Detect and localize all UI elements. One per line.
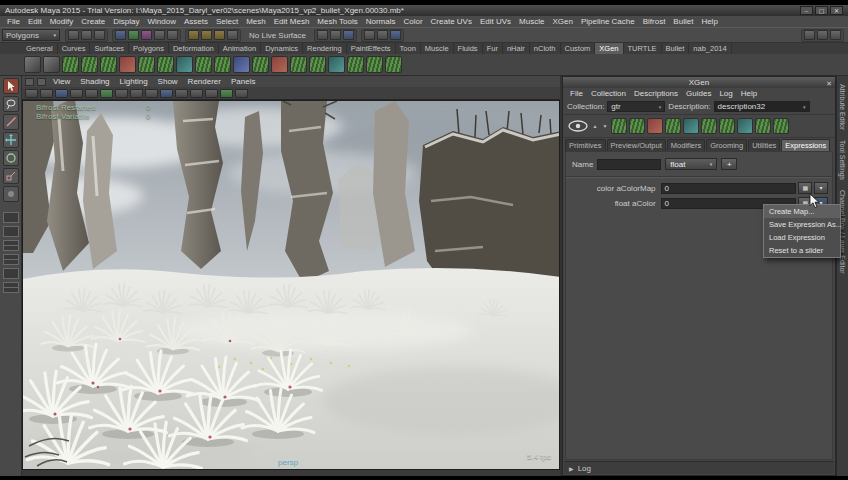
panel-toolbar-icon[interactable] [160,89,173,98]
menu-mesh[interactable]: Mesh [242,17,270,26]
xgen-menu-descriptions[interactable]: Descriptions [631,89,681,98]
xgen-menu-log[interactable]: Log [716,89,735,98]
menu-assets[interactable]: Assets [180,17,212,26]
shelf-icon[interactable] [43,56,60,73]
shelf-tab-nab2014[interactable]: nab_2014 [689,43,731,54]
select-tool-icon[interactable] [3,78,19,94]
tool-settings-tab[interactable]: Tool Settings [839,140,846,180]
menu-bifrost[interactable]: Bifrost [639,17,670,26]
menu-file[interactable]: File [3,17,24,26]
shelf-icon[interactable] [347,56,364,73]
layout-persp-graph-button[interactable] [3,282,19,293]
layout-two-side-button[interactable] [3,226,19,237]
shelf-tab-animation[interactable]: Animation [219,43,261,54]
attribute-editor-toggle-icon[interactable] [804,30,815,40]
panel-menu-icon[interactable] [25,78,34,86]
minimize-button[interactable]: – [800,6,813,15]
panel-toolbar-icon[interactable] [70,89,83,98]
panel-menu-panels[interactable]: Panels [227,77,259,86]
tab-expressions[interactable]: Expressions [781,139,830,151]
panel-toolbar-icon[interactable] [235,89,248,98]
paint-select-tool-icon[interactable] [3,114,19,130]
construction-history-icon[interactable] [343,30,354,40]
shelf-icon[interactable] [366,56,383,73]
shelf-tab-toon[interactable]: Toon [396,43,421,54]
layout-four-view-button[interactable] [3,254,19,265]
lasso-tool-icon[interactable] [3,96,19,112]
menu-color[interactable]: Color [399,17,426,26]
render-settings-icon[interactable] [390,30,401,40]
menu-pipeline-cache[interactable]: Pipeline Cache [577,17,639,26]
xgen-log-section[interactable]: ▶ Log [564,461,834,474]
shelf-tab-fluids[interactable]: Fluids [454,43,483,54]
add-expression-button[interactable]: + [721,158,737,170]
shelf-tab-dynamics[interactable]: Dynamics [261,43,303,54]
panel-toolbar-icon[interactable] [55,89,68,98]
menu-display[interactable]: Display [109,17,143,26]
shelf-tab-general[interactable]: General [22,43,58,54]
shelf-icon[interactable] [62,56,79,73]
panel-menu-view[interactable]: View [49,77,74,86]
context-save-expression[interactable]: Save Expression As... [764,218,840,231]
shelf-icon[interactable] [214,56,231,73]
tab-grooming[interactable]: Grooming [706,139,747,151]
shelf-icon[interactable] [138,56,155,73]
preset-icon[interactable] [647,118,663,134]
shelf-tab-muscle[interactable]: Muscle [421,43,454,54]
preset-icon[interactable] [683,118,699,134]
preset-icon[interactable] [755,118,771,134]
panel-toolbar-icon[interactable] [85,89,98,98]
layout-single-button[interactable] [3,212,19,223]
preset-icon[interactable] [611,118,627,134]
attribute-editor-tab[interactable]: Attribute Editor [839,84,846,130]
collection-dropdown[interactable]: gtr▾ [607,101,665,112]
shelf-icon[interactable] [252,56,269,73]
context-reset-slider[interactable]: Reset to a slider [764,244,840,257]
rotate-tool-icon[interactable] [3,150,19,166]
xgen-close-icon[interactable]: ✕ [826,78,832,89]
shelf-tab-bullet[interactable]: Bullet [662,43,690,54]
tool-settings-toggle-icon[interactable] [817,30,828,40]
render-icon[interactable] [364,30,375,40]
shelf-tab-deformation[interactable]: Deformation [169,43,219,54]
panel-toolbar-icon[interactable] [190,89,203,98]
menu-select[interactable]: Select [212,17,242,26]
shelf-tab-painteffects[interactable]: PaintEffects [347,43,396,54]
panel-menu-icon[interactable] [37,78,46,86]
select-hierarchy-icon[interactable] [115,30,126,40]
menu-edit[interactable]: Edit [24,17,46,26]
preset-icon[interactable] [719,118,735,134]
panel-menu-shading[interactable]: Shading [76,77,113,86]
new-scene-icon[interactable] [68,30,79,40]
context-load-expression[interactable]: Load Expression [764,231,840,244]
menu-muscle[interactable]: Muscle [515,17,548,26]
menu-mesh-tools[interactable]: Mesh Tools [313,17,361,26]
tab-preview-output[interactable]: Preview/Output [607,139,666,151]
snap-surface-icon[interactable] [227,30,238,40]
open-scene-icon[interactable] [81,30,92,40]
menu-xgen[interactable]: XGen [548,17,576,26]
menuset-dropdown[interactable]: Polygons▾ [2,29,60,41]
shelf-tab-custom[interactable]: Custom [561,43,596,54]
panel-toolbar-icon[interactable] [145,89,158,98]
menu-modify[interactable]: Modify [46,17,78,26]
menu-bullet[interactable]: Bullet [669,17,697,26]
preset-icon[interactable] [737,118,753,134]
expression-name-input[interactable] [597,159,661,170]
description-dropdown[interactable]: description32▾ [714,101,810,112]
menu-edit-uvs[interactable]: Edit UVs [476,17,515,26]
panel-toolbar-icon[interactable] [115,89,128,98]
panel-menu-lighting[interactable]: Lighting [116,77,152,86]
last-tool-icon[interactable] [3,186,19,202]
panel-toolbar-icon[interactable] [175,89,188,98]
shelf-icon[interactable] [385,56,402,73]
layout-persp-outliner-button[interactable] [3,268,19,279]
move-tool-icon[interactable] [3,132,19,148]
xgen-menu-guides[interactable]: Guides [683,89,714,98]
shelf-tab-curves[interactable]: Curves [58,43,91,54]
visibility-eye-icon[interactable] [567,119,589,133]
panel-menu-show[interactable]: Show [154,77,182,86]
shelf-tab-polygons[interactable]: Polygons [129,43,169,54]
panel-toolbar-icon[interactable] [130,89,143,98]
panel-toolbar-icon[interactable] [25,89,38,98]
